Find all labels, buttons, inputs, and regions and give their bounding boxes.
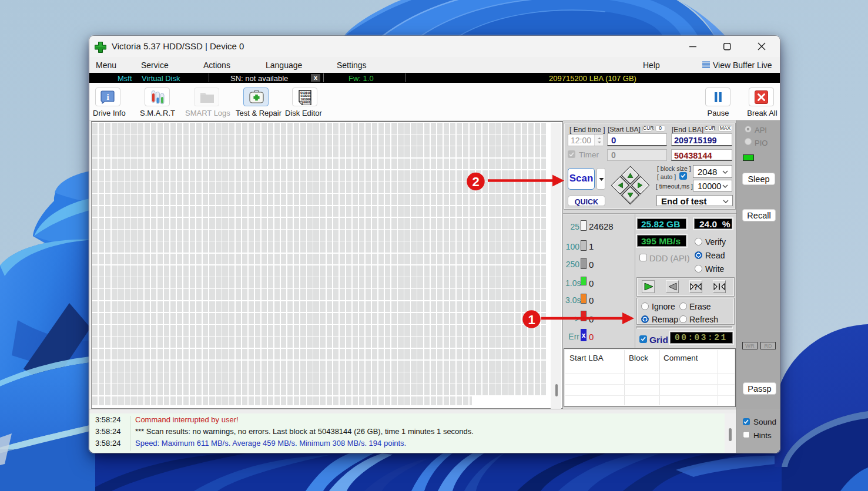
svg-text:i: i xyxy=(106,92,109,102)
svg-text:0001: 0001 xyxy=(303,100,311,105)
svg-text:?: ? xyxy=(693,283,698,291)
